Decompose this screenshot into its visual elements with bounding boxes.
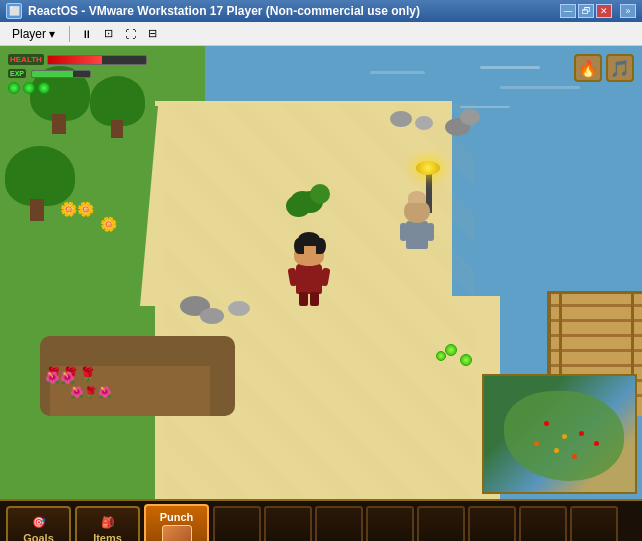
tree-3-top [5,146,75,206]
npc-arm-left [400,223,407,241]
close-button[interactable]: ✕ [596,4,612,18]
player-menu[interactable]: Player ▾ [4,25,63,43]
plank-4 [551,349,642,352]
restore-button[interactable]: 🗗 [578,4,594,18]
minimap-dot-3 [534,441,539,446]
char-leg-right [310,292,319,306]
minimap [482,374,637,494]
green-orb-3 [436,351,446,361]
items-label: Items [93,532,122,541]
slot-5[interactable] [417,506,465,541]
water-shimmer-1 [480,66,540,69]
items-icon: 🎒 [101,516,115,529]
green-orb-1 [445,344,457,356]
char-arm-left [287,267,298,286]
chi-dots [8,82,147,94]
title-bar-text: ReactOS - VMware Workstation 17 Player (… [28,4,420,18]
flowers-red-3: 🌺🌹🌺 [70,386,112,399]
plank-3 [551,334,642,337]
npc-head [404,201,430,223]
chi-dot-3 [38,82,50,94]
char-leg-left [299,292,308,306]
water-shimmer-4 [370,71,425,74]
goals-button[interactable]: 🎯 Goals [6,506,71,541]
water-shimmer-3 [460,106,510,108]
minimize-button[interactable]: — [560,4,576,18]
title-bar-controls: — 🗗 ✕ » [560,4,636,18]
flowers-1: 🌼🌼 [60,201,94,217]
bottom-hud: 🎯 Goals 🎒 Items Punch [0,499,642,541]
slot-3[interactable] [315,506,363,541]
minimap-dot-5 [554,448,559,453]
minimap-dot-2 [562,434,567,439]
app-icon: ⬜ [6,3,22,19]
lamp-post-light [416,161,440,175]
health-bar-container: HEALTH [8,54,147,65]
rock-2 [415,116,433,130]
npc-character [406,221,428,249]
slot-2[interactable] [264,506,312,541]
flowers-2: 🌼 [100,216,117,232]
tree-3-trunk [30,199,44,221]
npc-head-top [408,191,426,203]
rock-6 [200,308,224,324]
exp-label: EXP [8,69,26,78]
npc-arm-right [427,223,434,241]
slot-8[interactable] [570,506,618,541]
punch-button[interactable]: Punch [144,504,209,541]
items-button[interactable]: 🎒 Items [75,506,140,541]
minimap-dot-4 [579,431,584,436]
pause-button[interactable]: ⏸ [76,24,96,44]
exp-chi-row: EXP [8,69,147,78]
health-fill [48,56,102,64]
tree-1-trunk [52,114,66,134]
settings-button[interactable]: ⊟ [142,24,162,44]
minimap-dot-1 [544,421,549,426]
menu-bar: Player ▾ ⏸ ⊡ ⛶ ⊟ [0,22,642,46]
npc-body [406,221,428,249]
water-shimmer-2 [500,86,580,89]
plank-2 [551,319,642,322]
fire-icon[interactable]: 🔥 [574,54,602,82]
tree-2-trunk [111,120,123,138]
game-area[interactable]: 🌼🌼 🌼 🌹🌹🌹 🌺🌺 🌺🌹🌺 [0,46,642,499]
punch-label: Punch [160,511,194,523]
windowed-button[interactable]: ⊡ [98,24,118,44]
flowers-red-2: 🌺🌺 [45,371,75,385]
plank-1 [551,304,642,307]
exp-bar [31,70,91,78]
exp-fill [32,71,73,77]
minimap-inner [484,376,635,492]
rock-4 [460,109,480,125]
chi-dot-2 [23,82,35,94]
minimap-dot-7 [572,454,577,459]
punch-icon [162,525,192,541]
health-label: HEALTH [8,54,44,65]
top-right-hud: 🔥 🎵 [574,54,634,82]
water-top-right [452,46,642,296]
char-hair-right [316,238,326,254]
menu-separator [69,26,70,42]
hud: HEALTH EXP [8,54,147,94]
slot-1[interactable] [213,506,261,541]
chevron-button[interactable]: » [620,4,636,18]
rock-1 [390,111,412,127]
rock-7 [228,301,250,316]
shrub-2 [310,184,330,204]
char-body [296,264,322,294]
minimap-dot-6 [594,441,599,446]
action-slots [213,506,618,541]
chi-dot-1 [8,82,20,94]
music-icon[interactable]: 🎵 [606,54,634,82]
fullscreen-button[interactable]: ⛶ [120,24,140,44]
char-hair-left [294,238,304,254]
plank-5 [551,364,642,367]
slot-7[interactable] [519,506,567,541]
health-bar [47,55,147,65]
slot-6[interactable] [468,506,516,541]
title-bar-left: ⬜ ReactOS - VMware Workstation 17 Player… [6,3,420,19]
goals-icon: 🎯 [32,516,46,529]
slot-4[interactable] [366,506,414,541]
goals-label: Goals [23,532,54,541]
green-orb-2 [460,354,472,366]
